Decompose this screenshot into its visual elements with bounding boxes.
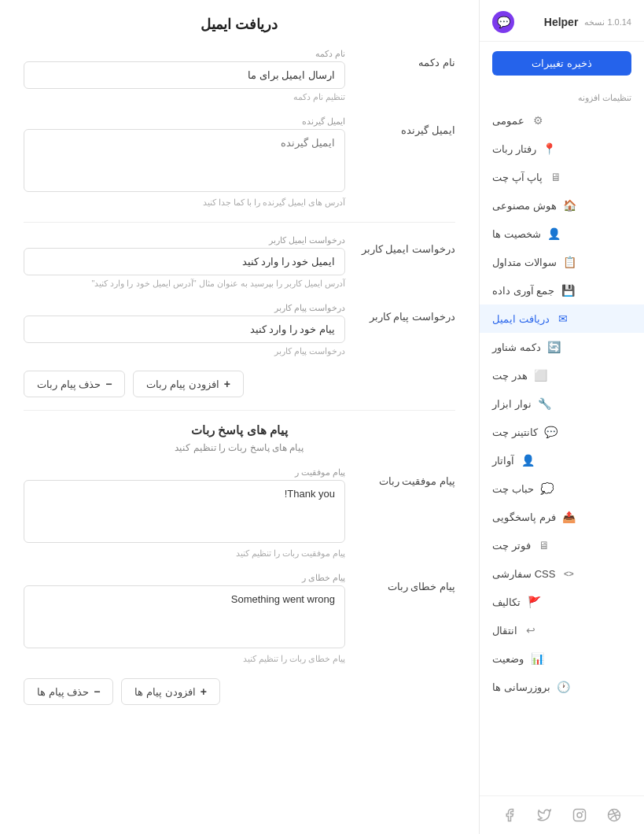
receiver-email-input[interactable] (24, 129, 345, 192)
sidebar-helper-title: Helper (544, 16, 579, 28)
faq-icon: 📋 (563, 255, 577, 269)
sidebar-item-collect[interactable]: 💾 جمع آوری داده (480, 276, 644, 304)
tasks-icon: 🚩 (527, 595, 541, 609)
sidebar-item-label: نوار ابزار (492, 398, 532, 410)
sidebar-item-label: انتقال (492, 625, 517, 637)
plus-icon: + (224, 378, 230, 390)
sidebar-item-label: بروزرسانی ها (492, 681, 550, 693)
sidebar-item-label: CSS سفارشی (492, 568, 555, 580)
save-button[interactable]: ذخیره تغییرات (492, 51, 631, 76)
user-email-request-label: درخواست ایمیل کاربر (361, 235, 455, 255)
divider-1 (24, 222, 455, 223)
user-message-request-label: درخواست پیام کاربر (361, 303, 455, 323)
sidebar-item-label: حباب چت (492, 483, 534, 495)
error-message-input[interactable]: Something went wrong (24, 585, 345, 648)
sidebar-section-label: تنظیمات افزونه (480, 85, 644, 106)
twitter-icon[interactable] (535, 806, 554, 825)
sidebar-item-popup[interactable]: 🖥 پاپ آپ چت (480, 163, 644, 191)
user-message-request-field-container: درخواست پیام کاربر درخواست پیام کاربر (24, 303, 345, 356)
instagram-icon[interactable] (570, 806, 589, 825)
avatar-icon: 👤 (521, 453, 535, 467)
sidebar-item-label: دکمه شناور (492, 341, 541, 353)
sidebar-item-general[interactable]: ⚙ عمومی (480, 106, 644, 135)
sidebar-item-label: جمع آوری داده (492, 285, 554, 297)
dribbble-icon[interactable] (605, 806, 624, 825)
user-email-request-input[interactable] (24, 248, 345, 275)
transfer-icon: ↩ (524, 623, 538, 637)
divider-2 (24, 410, 455, 411)
sidebar-item-toolbar[interactable]: 🔧 نوار ابزار (480, 389, 644, 418)
sidebar-item-label: آواتار (492, 455, 514, 467)
header-icon: ⬜ (534, 368, 548, 382)
sidebar-item-response-form[interactable]: 📤 فرم پاسخگویی (480, 503, 644, 531)
button-name-field-container: نام دکمه تنظیم نام دکمه (24, 49, 345, 102)
ai-icon: 🏠 (563, 198, 577, 212)
sidebar: Helper 1.0.14 نسخه 💬 ذخیره تغییرات تنظیم… (479, 0, 644, 834)
toolbar-icon: 🔧 (538, 397, 552, 411)
minus-icon: − (105, 378, 112, 390)
sidebar-item-label: عمومی (492, 115, 524, 127)
button-name-input[interactable] (24, 61, 345, 89)
success-message-bottom-label: پیام موفقیت ربات را تنظیم کنید (24, 548, 345, 559)
pin-icon: 📍 (543, 142, 557, 156)
sidebar-footer (480, 795, 644, 834)
add-messages-button[interactable]: + افزودن پیام ها (121, 678, 219, 705)
monitor-icon: 🖥 (549, 170, 563, 184)
success-message-field-container: پیام موفقیت ر Thank you! پیام موفقیت ربا… (24, 467, 345, 559)
error-message-bottom-label: پیام خطای ربات را تنظیم کنید (24, 654, 345, 664)
sidebar-item-bubble[interactable]: 💭 حباب چت (480, 474, 644, 503)
clock-icon: 🕐 (557, 680, 571, 694)
sidebar-item-footer[interactable]: 🖥 فوتر چت (480, 531, 644, 559)
sidebar-item-email[interactable]: ✉ دریافت ایمیل (480, 304, 644, 333)
sidebar-item-updates[interactable]: 🕐 بروزرسانی ها (480, 673, 644, 701)
receiver-email-row: ایمیل گیرنده ایمیل گیرنده آدرس های ایمیل… (24, 116, 455, 208)
sidebar-item-faq[interactable]: 📋 سوالات متداول (480, 248, 644, 276)
scroll-icon: 🔄 (547, 340, 561, 354)
helper-icon: 💬 (492, 11, 514, 33)
sidebar-item-tasks[interactable]: 🚩 تکالیف (480, 588, 644, 616)
sidebar-item-label: شخصیت ها (492, 228, 541, 240)
sidebar-item-behavior[interactable]: 📍 رفتار ربات (480, 135, 644, 163)
facebook-icon[interactable] (500, 806, 519, 825)
button-name-top-label: نام دکمه (24, 49, 345, 59)
gear-icon: ⚙ (531, 113, 545, 127)
receiver-email-top-label: ایمیل گیرنده (24, 116, 345, 127)
sidebar-item-label: هدر چت (492, 370, 528, 382)
svg-rect-1 (573, 810, 585, 821)
sidebar-item-scroll[interactable]: 🔄 دکمه شناور (480, 333, 644, 361)
receiver-email-bottom-label: آدرس های ایمیل گیرنده را با کما جدا کنید (24, 197, 345, 208)
sidebar-item-label: کانتینر چت (492, 426, 538, 438)
sidebar-item-header[interactable]: ⬜ هدر چت (480, 361, 644, 389)
code-icon: <> (561, 566, 576, 581)
action-buttons-2: − حذف پیام ها + افزودن پیام ها (24, 678, 455, 705)
main-content: دریافت ایمیل نام دکمه نام دکمه تنظیم نام… (0, 0, 479, 834)
success-message-input[interactable]: Thank you! (24, 480, 345, 543)
sidebar-nav: ⚙ عمومی 📍 رفتار ربات 🖥 پاپ آپ چت 🏠 هوش م… (480, 106, 644, 701)
remove-messages-button[interactable]: − حذف پیام ها (24, 678, 113, 705)
sidebar-item-label: دریافت ایمیل (492, 313, 550, 325)
svg-point-3 (582, 812, 583, 813)
sidebar-item-css[interactable]: <> CSS سفارشی (480, 559, 644, 588)
button-name-label: نام دکمه (361, 49, 455, 68)
svg-point-2 (577, 813, 582, 817)
sidebar-item-label: وضعیت (492, 653, 524, 665)
add-message-button[interactable]: + افزودن پیام ربات (133, 371, 243, 397)
sidebar-item-transfer[interactable]: ↩ انتقال (480, 616, 644, 644)
user-email-request-row: درخواست ایمیل کاربر درخواست ایمیل کاربر … (24, 235, 455, 289)
sidebar-item-personality[interactable]: 👤 شخصیت ها (480, 220, 644, 248)
person-icon: 👤 (547, 227, 561, 241)
receiver-email-field-container: ایمیل گیرنده آدرس های ایمیل گیرنده را با… (24, 116, 345, 208)
button-name-bottom-label: تنظیم نام دکمه (24, 92, 345, 102)
sidebar-item-container[interactable]: 💬 کانتینر چت (480, 418, 644, 446)
remove-message-button[interactable]: − حذف پیام ربات (24, 371, 125, 397)
sidebar-item-status[interactable]: 📊 وضعیت (480, 644, 644, 673)
user-message-request-bottom-label: درخواست پیام کاربر (24, 346, 345, 356)
user-message-request-input[interactable] (24, 316, 345, 343)
sidebar-item-label: رفتار ربات (492, 143, 536, 155)
sidebar-item-label: سوالات متداول (492, 256, 557, 268)
send-icon: 📤 (562, 510, 576, 524)
sidebar-header: Helper 1.0.14 نسخه 💬 (480, 0, 644, 42)
error-message-top-label: پیام خطای ر (24, 573, 345, 583)
sidebar-item-avatar[interactable]: 👤 آواتار (480, 446, 644, 474)
sidebar-item-ai[interactable]: 🏠 هوش مصنوعی (480, 191, 644, 220)
